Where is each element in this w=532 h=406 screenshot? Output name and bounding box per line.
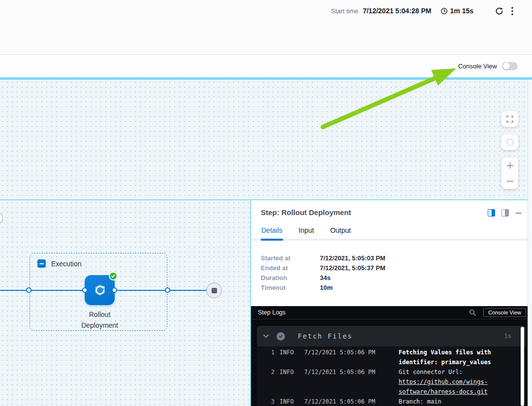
log-line: 1 INFO 7/12/2021 5:05:06 PM Fetching Val…: [257, 347, 526, 367]
edge-connector: [82, 287, 88, 293]
tab-input[interactable]: Input: [298, 222, 314, 241]
expand-icon: [506, 116, 513, 123]
panel-header: Step: Rollout Deployment: [251, 200, 532, 222]
view-toolbar: Console View: [0, 55, 532, 80]
log-timestamp: 7/12/2021 5:05:06 PM: [304, 397, 394, 406]
execution-group-label: Execution: [51, 260, 81, 268]
elapsed-duration: 1m 15s: [440, 7, 473, 15]
log-message: Branch: main: [399, 397, 514, 406]
log-section-fetch-files: Fetch Files 1s 1 INFO 7/12/2021 5:05:06 …: [257, 326, 526, 406]
stop-icon: [212, 288, 217, 293]
page-scrollbar-gutter[interactable]: [528, 80, 532, 406]
zoom-in-icon: [506, 162, 514, 169]
zoom-in-button[interactable]: [501, 157, 518, 173]
detail-row-started-at: Started at 7/12/2021, 5:05:03 PM: [261, 253, 522, 263]
elapsed-value: 1m 15s: [450, 7, 473, 15]
console-view-label: Console View: [458, 62, 497, 70]
fit-view-icon: [507, 139, 513, 146]
start-time-value: 7/12/2021 5:04:28 PM: [363, 7, 431, 15]
tab-output[interactable]: Output: [330, 222, 351, 241]
log-level: INFO: [280, 397, 299, 406]
log-level: INFO: [280, 347, 299, 367]
log-line: 2 INFO 7/12/2021 5:05:06 PM Git connecto…: [257, 367, 526, 397]
fit-view-button[interactable]: [501, 134, 518, 150]
edge-connector: [165, 287, 170, 293]
stop-node[interactable]: [206, 282, 222, 298]
detail-row-timeout: Timeout 10m: [261, 283, 522, 293]
panel-layout-right-icon[interactable]: [501, 209, 509, 217]
chevron-down-icon: [263, 334, 269, 338]
rollout-icon: [92, 282, 108, 298]
detail-row-duration: Duration 34s: [261, 273, 522, 283]
console-view-toggle[interactable]: [502, 62, 518, 70]
start-time-label: Start time: [331, 7, 359, 15]
execution-header-meta: Start time 7/12/2021 5:04:28 PM 1m 15s: [331, 5, 514, 17]
collapse-minus-icon: [39, 263, 44, 264]
detail-value: 7/12/2021, 5:05:03 PM: [320, 253, 385, 263]
offscreen-node: [0, 212, 3, 225]
log-timestamp: 7/12/2021 5:05:06 PM: [304, 347, 394, 367]
panel-title: Step: Rollout Deployment: [261, 208, 351, 217]
bottom-section: Execution Rollout Deployment: [0, 199, 532, 406]
stage-graph-canvas[interactable]: Execution Rollout Deployment: [0, 200, 250, 406]
logs-scrollbar[interactable]: [521, 327, 524, 406]
log-rows: 1 INFO 7/12/2021 5:05:06 PM Fetching Val…: [257, 346, 526, 406]
more-options-icon: [511, 7, 513, 15]
zoom-out-button[interactable]: [501, 173, 518, 189]
edge-connector: [26, 287, 31, 293]
step-logs-title: Step Logs: [258, 309, 469, 316]
rollout-deployment-node[interactable]: [85, 275, 115, 305]
refresh-icon: [495, 7, 503, 15]
zoom-in-out-group: [501, 157, 518, 189]
detail-row-ended-at: Ended at 7/12/2021, 5:05:37 PM: [261, 263, 522, 273]
minimize-icon: [515, 213, 522, 214]
log-line-number: 3: [263, 397, 275, 406]
log-message-text: Git connector Url:: [399, 369, 463, 375]
log-section-header[interactable]: Fetch Files 1s: [257, 326, 526, 346]
log-message: Fetching Values files with identifier: p…: [399, 347, 514, 367]
status-check-icon: [277, 332, 285, 341]
step-details-panel: Step: Rollout Deployment Details Input O…: [250, 200, 532, 406]
git-connector-link[interactable]: https://github.com/wings-software/harnes…: [399, 378, 488, 395]
detail-label: Timeout: [261, 283, 320, 293]
refresh-button[interactable]: [494, 6, 504, 16]
log-line-number: 2: [263, 367, 275, 397]
step-details-list: Started at 7/12/2021, 5:05:03 PM Ended a…: [251, 241, 532, 306]
split-fill: [505, 210, 508, 216]
panel-header-icons: [488, 208, 522, 217]
panel-layout-split-icon[interactable]: [488, 209, 495, 217]
collapse-group-button[interactable]: [37, 259, 46, 268]
detail-label: Ended at: [261, 263, 320, 273]
canvas-zoom-controls: [501, 111, 518, 189]
search-icon: [469, 309, 476, 316]
pipeline-canvas[interactable]: [0, 80, 532, 199]
detail-value: 10m: [320, 283, 333, 293]
expand-button[interactable]: [501, 111, 518, 127]
pipeline-execution-page: Start time 7/12/2021 5:04:28 PM 1m 15s: [0, 0, 532, 406]
log-line-number: 1: [263, 347, 275, 367]
search-logs-button[interactable]: [469, 309, 476, 316]
execution-group-header: Execution: [37, 259, 81, 268]
clock-icon: [440, 7, 448, 15]
minimize-panel-button[interactable]: [515, 210, 522, 217]
edge-connector: [112, 287, 117, 293]
tab-details[interactable]: Details: [261, 222, 283, 241]
log-message: Git connector Url: https://github.com/wi…: [399, 367, 514, 397]
log-line: 3 INFO 7/12/2021 5:05:06 PM Branch: main: [257, 397, 526, 406]
log-timestamp: 7/12/2021 5:05:06 PM: [304, 367, 394, 397]
node-label: Rollout Deployment: [70, 309, 129, 331]
log-section-duration: 1s: [504, 333, 511, 340]
panel-tabs: Details Input Output: [251, 222, 532, 241]
detail-label: Duration: [261, 273, 320, 283]
detail-value: 7/12/2021, 5:05:37 PM: [320, 263, 385, 273]
split-fill: [492, 210, 495, 216]
log-section-title: Fetch Files: [298, 332, 504, 340]
zoom-out-icon: [506, 178, 514, 185]
step-logs-header: Step Logs Console View: [251, 306, 532, 319]
detail-value: 34s: [320, 273, 331, 283]
step-logs-panel: Step Logs Console View: [251, 306, 532, 406]
logs-console-view-button[interactable]: Console View: [483, 308, 526, 317]
success-check-icon: [109, 272, 118, 281]
more-options-button[interactable]: [510, 6, 514, 16]
log-level: INFO: [280, 367, 299, 397]
